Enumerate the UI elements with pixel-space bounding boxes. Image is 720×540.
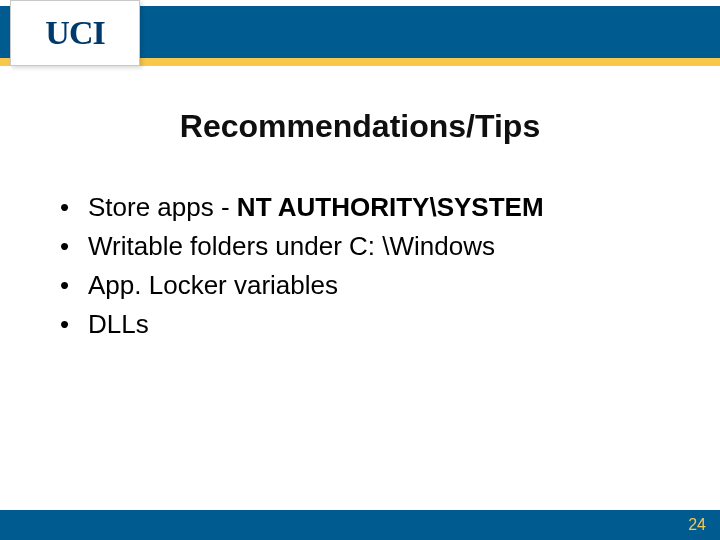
page-number: 24: [688, 516, 706, 534]
bullet-text: DLLs: [88, 307, 149, 342]
bullet-text: Writable folders under C: \Windows: [88, 229, 495, 264]
slide: UCI Recommendations/Tips • Store apps - …: [0, 0, 720, 540]
bullet-list: • Store apps - NT AUTHORITY\SYSTEM • Wri…: [60, 190, 680, 346]
list-item: • DLLs: [60, 307, 680, 342]
bullet-text: App. Locker variables: [88, 268, 338, 303]
logo-text: UCI: [45, 14, 104, 52]
bullet-icon: •: [60, 268, 88, 303]
list-item: • App. Locker variables: [60, 268, 680, 303]
bullet-icon: •: [60, 307, 88, 342]
footer-bar: 24: [0, 510, 720, 540]
slide-title: Recommendations/Tips: [0, 108, 720, 145]
list-item: • Writable folders under C: \Windows: [60, 229, 680, 264]
list-item: • Store apps - NT AUTHORITY\SYSTEM: [60, 190, 680, 225]
bullet-bold: NT AUTHORITY\SYSTEM: [237, 192, 544, 222]
bullet-prefix: Store apps -: [88, 192, 237, 222]
bullet-icon: •: [60, 190, 88, 225]
bullet-icon: •: [60, 229, 88, 264]
bullet-text: Store apps - NT AUTHORITY\SYSTEM: [88, 190, 544, 225]
logo-plate: UCI: [10, 0, 140, 66]
header: UCI: [0, 0, 720, 72]
